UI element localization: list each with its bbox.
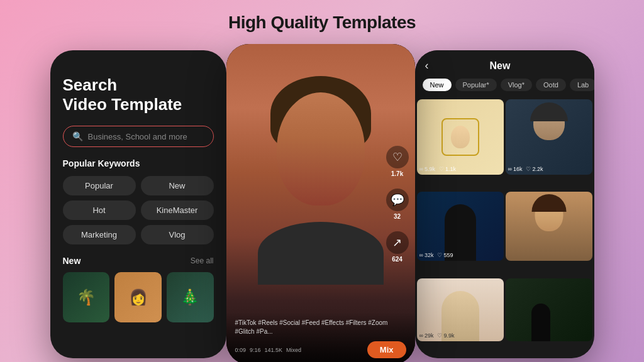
- share-count: 624: [392, 256, 402, 263]
- share-action[interactable]: ↗ 624: [386, 231, 409, 263]
- comment-count: 32: [394, 213, 401, 220]
- tab-lab[interactable]: Lab: [570, 79, 594, 91]
- person-shoulder: [258, 222, 384, 285]
- search-placeholder: Business, School and more: [88, 132, 187, 141]
- tab-ootd[interactable]: Ootd: [536, 79, 566, 91]
- thumb-image-2: 👩: [114, 272, 162, 322]
- page-title: High Quality Templates: [228, 13, 416, 33]
- search-bar[interactable]: 🔍 Business, School and more: [63, 126, 214, 147]
- video-type: Mixed: [286, 347, 301, 353]
- card-5-views: ∞ 29k: [419, 332, 434, 339]
- card-3-likes: ♡ 559: [437, 252, 453, 258]
- tab-vlog[interactable]: Vlog*: [501, 79, 532, 91]
- tab-popular[interactable]: Popular*: [455, 79, 497, 91]
- keywords-section-title: Popular Keywords: [63, 158, 214, 168]
- phone-video: ♡ 1.7k 💬 32 ↗ 624 #TikTok #Reels #Social…: [226, 44, 415, 362]
- bottom-row: 0:09 9:16 141.5K Mixed Mix: [235, 341, 406, 358]
- phone-search: Search Video Template 🔍 Business, School…: [50, 50, 226, 358]
- video-views: 141.5K: [265, 347, 283, 353]
- card-1-likes: ♡ 1.1k: [439, 166, 456, 172]
- keywords-grid: Popular New Hot KineMaster Marketing Vlo…: [63, 176, 214, 244]
- template-card-2[interactable]: ∞ 16k ♡ 2.2k: [506, 99, 592, 175]
- template-card-5[interactable]: ∞ 29k ♡ 9.9k: [417, 278, 504, 341]
- gallery-header: ‹ New: [415, 50, 594, 79]
- person-face: [277, 92, 365, 206]
- card-1-stats: ∞ 5.9k ♡ 1.1k: [419, 166, 456, 172]
- card-2-views: ∞ 16k: [508, 166, 523, 172]
- card-2-likes: ♡ 2.2k: [526, 166, 543, 172]
- template-grid: ∞ 5.9k ♡ 1.1k ∞ 16k ♡ 2.2k: [415, 97, 594, 358]
- tab-new[interactable]: New: [423, 79, 452, 91]
- like-action[interactable]: ♡ 1.7k: [386, 146, 409, 177]
- new-thumbnails: 🌴 👩 🎄: [63, 272, 214, 322]
- keyword-hot[interactable]: Hot: [63, 200, 136, 220]
- card-1-views: ∞ 5.9k: [419, 166, 435, 172]
- like-count: 1.7k: [391, 170, 403, 177]
- thumbnail-3[interactable]: 🎄: [167, 272, 214, 322]
- card-3-views: ∞ 32k: [419, 252, 434, 258]
- gallery-title: New: [490, 60, 511, 72]
- template-card-4[interactable]: [506, 192, 592, 261]
- template-card-3[interactable]: ∞ 32k ♡ 559: [417, 192, 504, 261]
- phone-gallery: ‹ New New Popular* Vlog* Ootd Lab ∞ 5: [415, 50, 594, 358]
- keyword-popular[interactable]: Popular: [63, 176, 136, 195]
- video-actions: ♡ 1.7k 💬 32 ↗ 624: [386, 146, 409, 263]
- card-5-likes: ♡ 9.9k: [437, 332, 454, 339]
- thumbnail-2[interactable]: 👩: [114, 272, 162, 322]
- card-2-stats: ∞ 16k ♡ 2.2k: [508, 166, 543, 172]
- keyword-marketing[interactable]: Marketing: [63, 225, 136, 244]
- template-card-1[interactable]: ∞ 5.9k ♡ 1.1k: [417, 99, 504, 175]
- thumb-image-3: 🎄: [167, 272, 214, 322]
- face-shape: [451, 126, 470, 148]
- thumb-image-1: 🌴: [63, 272, 110, 322]
- template-card-6[interactable]: [506, 278, 592, 341]
- thumbnail-1[interactable]: 🌴: [63, 272, 110, 322]
- search-icon: 🔍: [72, 131, 83, 141]
- phones-container: Search Video Template 🔍 Business, School…: [0, 44, 644, 362]
- comment-action[interactable]: 💬 32: [386, 189, 409, 220]
- card-5-stats: ∞ 29k ♡ 9.9k: [419, 332, 455, 339]
- category-tabs: New Popular* Vlog* Ootd Lab: [415, 79, 594, 97]
- video-bottom: #TikTok #Reels #Social #Feed #Effects #F…: [226, 312, 415, 362]
- keyword-new[interactable]: New: [141, 176, 214, 195]
- hashtags: #TikTok #Reels #Social #Feed #Effects #F…: [235, 319, 406, 336]
- share-icon: ↗: [386, 231, 409, 254]
- back-button[interactable]: ‹: [425, 59, 429, 72]
- keyword-vlog[interactable]: Vlog: [141, 225, 214, 244]
- mix-button[interactable]: Mix: [367, 341, 406, 358]
- comment-icon: 💬: [386, 189, 409, 211]
- keyword-kinemaster[interactable]: KineMaster: [141, 200, 214, 220]
- search-title: Search Video Template: [63, 75, 214, 114]
- video-resolution: 9:16: [250, 347, 261, 353]
- new-section-title: New: [63, 256, 81, 266]
- new-section-header: New See all: [63, 256, 214, 266]
- face-frame: [441, 118, 479, 156]
- card-3-stats: ∞ 32k ♡ 559: [419, 252, 453, 258]
- video-meta: 0:09 9:16 141.5K Mixed: [235, 347, 302, 353]
- video-duration: 0:09: [235, 347, 247, 353]
- see-all-link[interactable]: See all: [191, 256, 214, 265]
- heart-icon: ♡: [386, 146, 409, 168]
